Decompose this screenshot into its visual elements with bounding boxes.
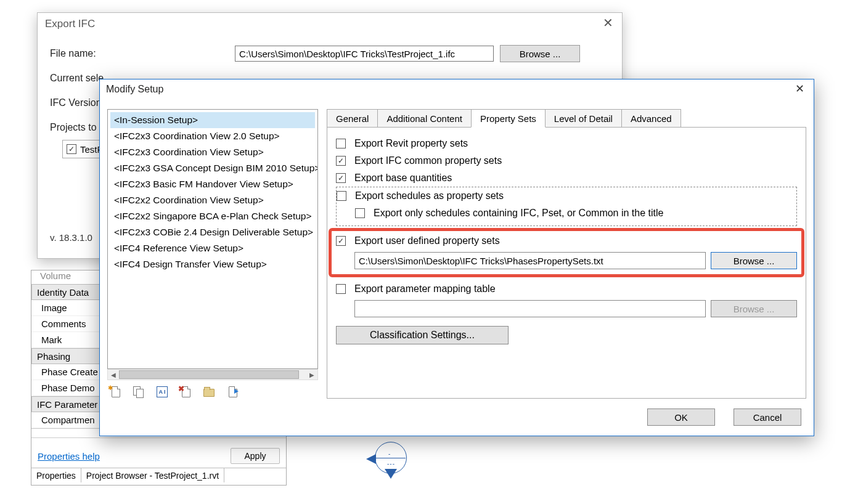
export-window-title: Export IFC	[38, 13, 622, 35]
scroll-thumb[interactable]	[119, 370, 299, 379]
file-name-label: File name:	[50, 48, 235, 59]
horizontal-scrollbar[interactable]: ◀ ▶	[107, 369, 318, 380]
tab-additional-content[interactable]: Additional Content	[377, 109, 472, 128]
user-defined-label: Export user defined property sets	[354, 235, 500, 246]
schedules-checkbox[interactable]	[337, 191, 346, 201]
file-name-input[interactable]	[235, 46, 494, 62]
scroll-left-icon[interactable]: ◀	[108, 370, 119, 380]
delete-setup-icon[interactable]: ✖	[180, 386, 192, 399]
user-defined-checkbox[interactable]	[336, 236, 346, 246]
common-psets-checkbox[interactable]	[336, 156, 346, 166]
navigation-wheel-icon[interactable]: - ---	[370, 442, 407, 479]
mapping-browse-button: Browse ...	[711, 300, 797, 317]
project-checkbox[interactable]	[67, 144, 76, 154]
base-quantities-checkbox[interactable]	[336, 173, 346, 183]
open-folder-icon[interactable]	[203, 386, 216, 399]
revit-psets-label: Export Revit property sets	[354, 138, 468, 149]
schedules-sub-label: Export only schedules containing IFC, Ps…	[374, 208, 663, 219]
tab-level-of-detail[interactable]: Level of Detail	[545, 109, 622, 128]
mapping-checkbox[interactable]	[336, 284, 346, 294]
apply-button[interactable]: Apply	[231, 448, 280, 464]
tab-property-sets[interactable]: Property Sets	[471, 109, 546, 128]
user-defined-path-input[interactable]	[354, 252, 706, 269]
setup-item[interactable]: <IFC2x3 GSA Concept Design BIM 2010 Setu…	[110, 160, 315, 176]
mapping-path-input	[354, 300, 706, 317]
tab-general[interactable]: General	[327, 109, 378, 128]
setup-item[interactable]: <IFC2x3 Coordination View 2.0 Setup>	[110, 128, 315, 144]
modify-setup-title: Modify Setup	[100, 79, 814, 99]
base-quantities-label: Export base quantities	[354, 173, 452, 184]
browse-file-button[interactable]: Browse ...	[500, 45, 580, 62]
schedules-sub-checkbox[interactable]	[355, 208, 365, 218]
setup-item[interactable]: <IFC4 Reference View Setup>	[110, 240, 315, 256]
new-setup-icon[interactable]: ✱	[110, 386, 122, 399]
setup-toolbar: ✱ A I ✖	[107, 380, 318, 399]
scroll-right-icon[interactable]: ▶	[306, 370, 317, 380]
setup-item[interactable]: <IFC2x2 Singapore BCA e-Plan Check Setup…	[110, 208, 315, 224]
revit-psets-checkbox[interactable]	[336, 139, 346, 148]
cancel-button[interactable]: Cancel	[734, 408, 801, 426]
setup-item[interactable]: <IFC2x3 COBie 2.4 Design Deliverable Set…	[110, 224, 315, 240]
close-icon[interactable]: ✕	[790, 82, 809, 96]
user-defined-browse-button[interactable]: Browse ...	[711, 252, 797, 269]
ok-button[interactable]: OK	[647, 408, 715, 426]
schedules-group: Export schedules as property sets Export…	[336, 187, 797, 226]
setup-item[interactable]: <In-Session Setup>	[110, 112, 315, 128]
mapping-label: Export parameter mapping table	[354, 283, 496, 295]
setup-list[interactable]: <In-Session Setup> <IFC2x3 Coordination …	[107, 109, 318, 369]
duplicate-setup-icon[interactable]	[133, 386, 145, 399]
schedules-label: Export schedules as property sets	[355, 190, 504, 201]
setup-item[interactable]: <IFC2x3 Basic FM Handover View Setup>	[110, 176, 315, 192]
common-psets-label: Export IFC common property sets	[354, 155, 502, 166]
export-setup-icon[interactable]	[227, 386, 239, 399]
tab-strip: General Additional Content Property Sets…	[327, 109, 806, 128]
properties-help-link[interactable]: Properties help	[38, 451, 231, 461]
rename-setup-icon[interactable]: A I	[157, 386, 169, 399]
tab-advanced[interactable]: Advanced	[621, 109, 681, 128]
setup-item[interactable]: <IFC4 Design Transfer View Setup>	[110, 256, 315, 272]
bottom-tab-strip: Properties Project Browser - TestProject…	[31, 468, 286, 482]
close-icon[interactable]: ✕	[599, 15, 617, 30]
classification-settings-button[interactable]: Classification Settings...	[336, 326, 509, 344]
tab-content: Export Revit property sets Export IFC co…	[327, 127, 806, 399]
setup-item[interactable]: <IFC2x2 Coordination View Setup>	[110, 192, 315, 208]
setup-item[interactable]: <IFC2x3 Coordination View Setup>	[110, 144, 315, 160]
modify-setup-dialog: Modify Setup ✕ <In-Session Setup> <IFC2x…	[99, 79, 814, 436]
tab-project-browser[interactable]: Project Browser - TestProject_1.rvt	[81, 468, 224, 482]
tab-properties[interactable]: Properties	[31, 468, 81, 482]
